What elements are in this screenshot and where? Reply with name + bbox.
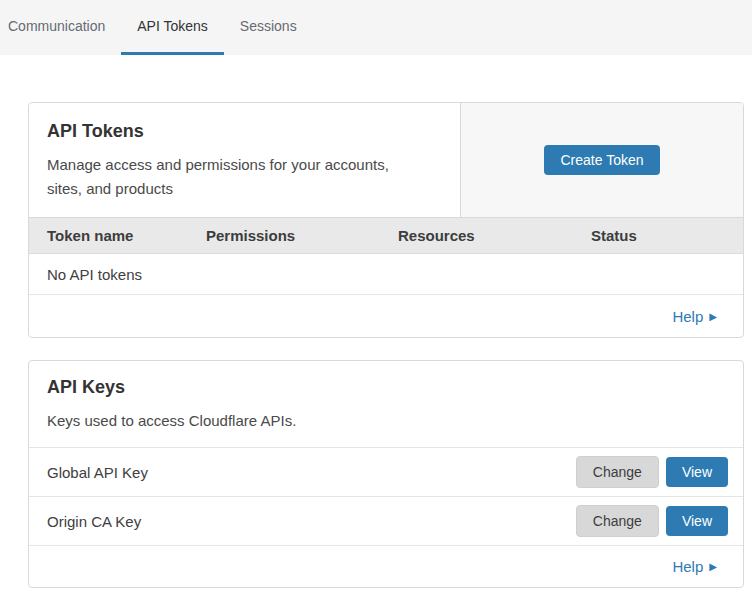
origin-ca-key-view-button[interactable]: View <box>666 506 728 536</box>
origin-ca-key-row: Origin CA Key Change View <box>29 496 743 545</box>
help-arrow-icon: ▶ <box>709 561 717 572</box>
api-keys-card-footer: Help ▶ <box>29 545 743 587</box>
help-link-label: Help <box>672 308 703 325</box>
api-tokens-card-header: API Tokens Manage access and permissions… <box>29 103 743 217</box>
tokens-table-header: Token name Permissions Resources Status <box>29 217 743 254</box>
column-header-status: Status <box>573 227 743 244</box>
tokens-empty-message: No API tokens <box>47 266 142 283</box>
tab-api-tokens[interactable]: API Tokens <box>121 0 224 55</box>
origin-ca-key-label: Origin CA Key <box>47 513 576 530</box>
api-keys-card-header: API Keys Keys used to access Cloudflare … <box>29 361 743 447</box>
tab-sessions[interactable]: Sessions <box>224 0 313 55</box>
api-keys-help-link[interactable]: Help ▶ <box>672 558 717 575</box>
api-keys-card: API Keys Keys used to access Cloudflare … <box>28 360 744 588</box>
api-tokens-title: API Tokens <box>47 121 440 142</box>
column-header-token-name: Token name <box>29 227 188 244</box>
create-token-button[interactable]: Create Token <box>544 145 659 175</box>
help-link-label: Help <box>672 558 703 575</box>
origin-ca-key-change-button[interactable]: Change <box>576 505 659 537</box>
global-api-key-row: Global API Key Change View <box>29 447 743 496</box>
api-keys-description: Keys used to access Cloudflare APIs. <box>47 409 419 433</box>
api-tokens-card-header-action: Create Token <box>460 103 743 217</box>
api-tokens-description: Manage access and permissions for your a… <box>47 153 419 201</box>
api-tokens-card-header-text: API Tokens Manage access and permissions… <box>29 103 460 217</box>
api-tokens-card: API Tokens Manage access and permissions… <box>28 102 744 338</box>
api-tokens-card-footer: Help ▶ <box>29 295 743 337</box>
global-api-key-label: Global API Key <box>47 464 576 481</box>
api-tokens-help-link[interactable]: Help ▶ <box>672 308 717 325</box>
main-content: API Tokens Manage access and permissions… <box>0 55 752 588</box>
tab-communication[interactable]: Communication <box>8 0 121 55</box>
tab-bar: Communication API Tokens Sessions <box>0 0 752 55</box>
tokens-empty-row: No API tokens <box>29 254 743 295</box>
global-api-key-view-button[interactable]: View <box>666 457 728 487</box>
column-header-resources: Resources <box>380 227 573 244</box>
help-arrow-icon: ▶ <box>709 311 717 322</box>
global-api-key-change-button[interactable]: Change <box>576 456 659 488</box>
api-keys-title: API Keys <box>47 377 723 398</box>
column-header-permissions: Permissions <box>188 227 380 244</box>
